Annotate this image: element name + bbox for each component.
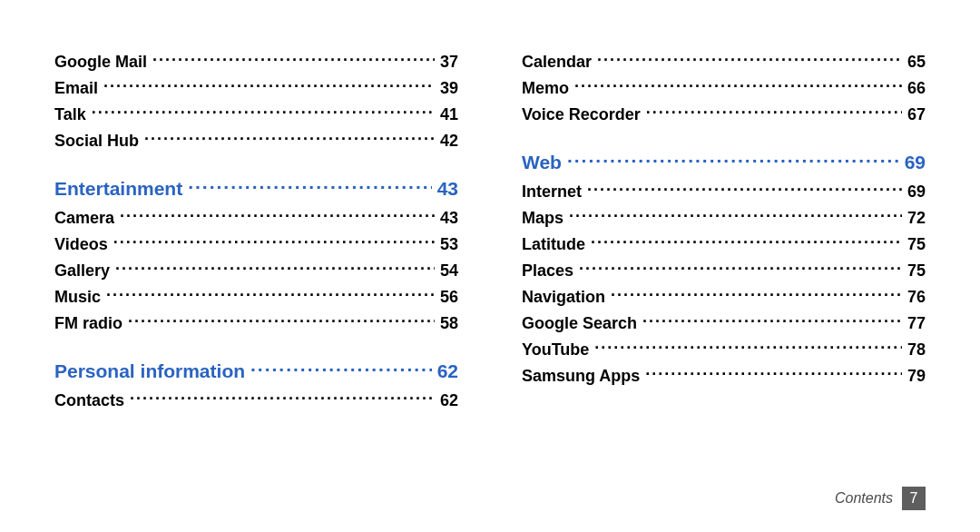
toc-label: Navigation (522, 288, 605, 307)
footer-section-label: Contents (835, 490, 893, 507)
toc-column-right: Calendar65Memo66Voice Recorder67Web69Int… (522, 45, 926, 416)
toc-leader (587, 181, 902, 197)
toc-page-number: 39 (440, 79, 458, 98)
toc-section-row[interactable]: Entertainment43 (54, 176, 458, 200)
toc-label: Web (522, 152, 562, 173)
toc-item-row[interactable]: Places75 (522, 260, 926, 281)
toc-item-row[interactable]: Google Mail37 (54, 51, 458, 72)
toc-label: Places (522, 261, 573, 281)
toc-item-row[interactable]: Google Search77 (522, 312, 926, 333)
toc-item-row[interactable]: Memo66 (522, 77, 926, 98)
toc-section-row[interactable]: Personal information62 (54, 359, 458, 382)
toc-column-left: Google Mail37Email39Talk41Social Hub42En… (54, 45, 458, 416)
toc-leader (646, 103, 902, 120)
toc-label: Calendar (522, 53, 592, 72)
toc-leader (591, 233, 902, 250)
page-footer: Contents 7 (835, 487, 926, 510)
toc-label: FM radio (54, 314, 122, 333)
footer-page-number: 7 (902, 487, 926, 510)
toc-item-row[interactable]: Samsung Apps79 (522, 365, 926, 386)
toc-page-number: 76 (907, 288, 926, 307)
toc-leader (92, 103, 435, 120)
toc-page-number: 62 (440, 391, 458, 410)
toc-leader (574, 77, 902, 94)
toc-item-row[interactable]: Internet69 (522, 181, 926, 202)
toc-label: Email (54, 79, 98, 98)
toc-page-number: 78 (907, 340, 926, 360)
toc-label: Camera (54, 209, 114, 228)
toc-page-number: 53 (440, 235, 458, 254)
toc-page-number: 72 (907, 209, 926, 228)
toc-leader (120, 207, 435, 223)
toc-leader (645, 365, 902, 381)
toc-leader (188, 176, 431, 195)
toc-page-number: 75 (907, 235, 926, 254)
toc-page-number: 79 (907, 367, 926, 386)
toc-item-row[interactable]: Calendar65 (522, 51, 926, 72)
toc-item-row[interactable]: Talk41 (54, 103, 458, 124)
toc-label: Videos (54, 235, 108, 254)
toc-label: Social Hub (54, 132, 139, 151)
toc-page-number: 54 (440, 261, 458, 281)
toc-label: Talk (54, 105, 86, 124)
toc-page-number: 41 (440, 105, 458, 124)
toc-item-row[interactable]: Navigation76 (522, 286, 926, 307)
toc-item-row[interactable]: YouTube78 (522, 339, 926, 360)
toc-item-row[interactable]: Email39 (54, 77, 458, 98)
toc-item-row[interactable]: Gallery54 (54, 260, 458, 281)
toc-leader (642, 312, 902, 329)
toc-leader (115, 260, 435, 276)
toc-item-row[interactable]: FM radio58 (54, 312, 458, 333)
toc-leader (152, 51, 435, 67)
toc-leader (130, 389, 435, 406)
toc-item-row[interactable]: Latitude75 (522, 233, 926, 254)
toc-item-row[interactable]: Contacts62 (54, 389, 458, 410)
toc-item-row[interactable]: Camera43 (54, 207, 458, 228)
toc-leader (103, 77, 435, 94)
toc-label: Samsung Apps (522, 367, 640, 386)
toc-item-row[interactable]: Maps72 (522, 207, 926, 228)
toc-leader (567, 150, 899, 169)
toc-label: YouTube (522, 340, 589, 360)
toc-leader (128, 312, 435, 329)
toc-leader (250, 359, 432, 378)
toc-leader (597, 51, 902, 67)
toc-leader (569, 207, 902, 223)
toc-label: Google Mail (54, 53, 147, 72)
toc-item-row[interactable]: Music56 (54, 286, 458, 307)
toc-label: Voice Recorder (522, 105, 641, 124)
toc-page-number: 66 (907, 79, 926, 98)
toc-item-row[interactable]: Videos53 (54, 233, 458, 254)
toc-leader (611, 286, 902, 302)
toc-item-row[interactable]: Social Hub42 (54, 130, 458, 151)
toc-page-number: 42 (440, 132, 458, 151)
toc-leader (144, 130, 435, 146)
toc-label: Gallery (54, 261, 110, 281)
toc-label: Personal information (54, 360, 245, 382)
toc-page: Google Mail37Email39Talk41Social Hub42En… (0, 0, 980, 532)
toc-page-number: 56 (440, 288, 458, 307)
toc-page-number: 69 (907, 182, 926, 202)
toc-page-number: 69 (905, 152, 926, 173)
toc-section-row[interactable]: Web69 (522, 150, 926, 173)
toc-label: Memo (522, 79, 569, 98)
toc-page-number: 37 (440, 53, 458, 72)
toc-label: Internet (522, 182, 582, 202)
toc-page-number: 62 (437, 360, 458, 382)
toc-item-row[interactable]: Voice Recorder67 (522, 103, 926, 124)
toc-page-number: 43 (437, 178, 458, 200)
toc-label: Contacts (54, 391, 124, 410)
toc-page-number: 43 (440, 209, 458, 228)
toc-leader (113, 233, 435, 250)
toc-label: Maps (522, 209, 564, 228)
toc-label: Google Search (522, 314, 637, 333)
toc-page-number: 58 (440, 314, 458, 333)
toc-page-number: 65 (907, 53, 926, 72)
toc-label: Entertainment (54, 178, 182, 200)
toc-leader (579, 260, 902, 276)
toc-leader (106, 286, 435, 302)
toc-page-number: 75 (907, 261, 926, 281)
toc-columns: Google Mail37Email39Talk41Social Hub42En… (54, 45, 926, 416)
toc-label: Latitude (522, 235, 585, 254)
toc-leader (594, 339, 902, 355)
